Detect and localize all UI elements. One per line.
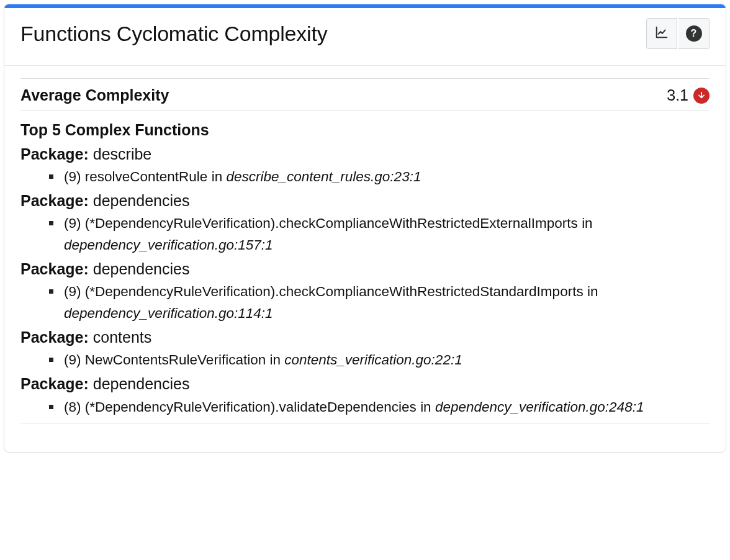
package-label: Package:: [20, 328, 89, 346]
package-label: Package:: [20, 145, 89, 163]
card-header: Functions Cyclomatic Complexity ?: [4, 8, 726, 66]
package-heading: Package: contents: [20, 326, 710, 348]
complexity-score: 9: [69, 215, 77, 231]
complexity-score: 8: [69, 399, 77, 415]
package-heading: Package: dependencies: [20, 189, 710, 212]
in-word: in: [582, 215, 593, 231]
average-label: Average Complexity: [20, 86, 169, 104]
function-list: (8) (*DependencyRuleVerification).valida…: [20, 397, 710, 418]
complexity-score: 9: [69, 284, 77, 299]
top-functions-list: Package: describe(9) resolveContentRule …: [20, 143, 710, 418]
source-location: contents_verification.go:22:1: [284, 352, 462, 368]
package-name: dependencies: [93, 375, 190, 392]
chart-button[interactable]: [646, 18, 677, 49]
card-body: Average Complexity 3.1 Top 5 Complex Fun…: [4, 66, 726, 452]
function-list: (9) (*DependencyRuleVerification).checkC…: [20, 281, 710, 325]
function-item: (8) (*DependencyRuleVerification).valida…: [64, 397, 710, 418]
package-heading: Package: dependencies: [20, 258, 710, 280]
average-value: 3.1: [667, 86, 688, 104]
trend-down-icon: [693, 88, 710, 104]
package-name: dependencies: [93, 260, 190, 278]
function-list: (9) resolveContentRule in describe_conte…: [20, 166, 710, 188]
package-name: dependencies: [93, 192, 190, 209]
complexity-card: Functions Cyclomatic Complexity ? Averag…: [4, 4, 726, 453]
function-name: (*DependencyRuleVerification).checkCompl…: [85, 284, 584, 299]
package-heading: Package: describe: [20, 143, 710, 165]
divider: [20, 423, 710, 423]
top-functions-header: Top 5 Complex Functions: [20, 111, 710, 143]
source-location: dependency_verification.go:157:1: [64, 237, 273, 253]
function-list: (9) NewContentsRuleVerification in conte…: [20, 350, 710, 371]
function-item: (9) NewContentsRuleVerification in conte…: [64, 350, 710, 371]
function-item: (9) resolveContentRule in describe_conte…: [64, 166, 710, 188]
function-name: (*DependencyRuleVerification).validateDe…: [85, 399, 417, 415]
function-item: (9) (*DependencyRuleVerification).checkC…: [64, 213, 710, 256]
in-word: in: [420, 399, 431, 415]
function-item: (9) (*DependencyRuleVerification).checkC…: [64, 281, 710, 325]
package-label: Package:: [20, 260, 89, 278]
source-location: dependency_verification.go:248:1: [435, 399, 644, 415]
function-name: (*DependencyRuleVerification).checkCompl…: [85, 215, 578, 231]
function-name: NewContentsRuleVerification: [85, 352, 266, 368]
complexity-score: 9: [69, 352, 77, 368]
package-name: describe: [93, 145, 152, 163]
in-word: in: [269, 352, 281, 368]
function-list: (9) (*DependencyRuleVerification).checkC…: [20, 213, 710, 256]
package-label: Package:: [20, 192, 89, 209]
source-location: describe_content_rules.go:23:1: [226, 169, 421, 184]
help-icon: ?: [686, 25, 702, 42]
average-value-wrap: 3.1: [667, 86, 710, 104]
package-heading: Package: dependencies: [20, 373, 710, 395]
package-name: contents: [93, 328, 152, 346]
in-word: in: [587, 284, 598, 299]
package-label: Package:: [20, 375, 89, 392]
source-location: dependency_verification.go:114:1: [64, 305, 273, 321]
function-name: resolveContentRule: [85, 169, 208, 184]
help-button[interactable]: ?: [678, 18, 710, 49]
header-actions: ?: [646, 18, 710, 49]
average-complexity-row: Average Complexity 3.1: [20, 78, 710, 111]
chart-line-icon: [655, 25, 669, 42]
in-word: in: [212, 169, 223, 184]
complexity-score: 9: [69, 169, 77, 184]
page-title: Functions Cyclomatic Complexity: [20, 22, 328, 46]
